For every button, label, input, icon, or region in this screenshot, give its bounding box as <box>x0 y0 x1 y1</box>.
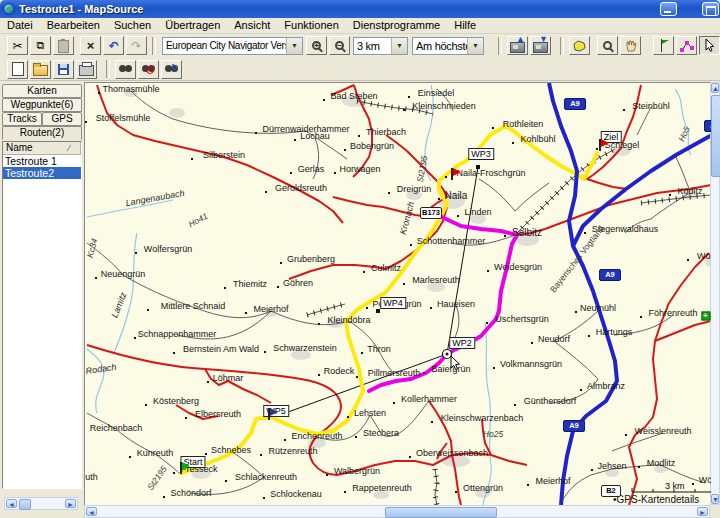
list-item-testroute2[interactable]: Testroute2 <box>3 167 81 179</box>
map-vscrollbar[interactable]: ▲ ▼ <box>710 82 720 505</box>
new-button[interactable] <box>7 60 28 79</box>
menu-item-dienstprogramme[interactable]: Dienstprogramme <box>346 18 447 33</box>
wp5-flag-icon[interactable] <box>268 408 278 420</box>
zoom-tool-button[interactable] <box>597 36 618 55</box>
redo-button[interactable]: ↷ <box>126 36 147 55</box>
chevron-down-icon[interactable]: ▼ <box>391 38 407 54</box>
detail-level-combobox[interactable]: Am höchste ▼ <box>412 37 484 55</box>
menu-item-ansicht[interactable]: Ansicht <box>227 18 277 33</box>
map-label: Rappetenreuth <box>352 483 412 493</box>
menu-item-suchen[interactable]: Suchen <box>107 18 158 33</box>
paste-button[interactable] <box>53 36 74 55</box>
open-button[interactable] <box>30 60 51 79</box>
selection-tool-button[interactable] <box>699 36 720 55</box>
tab-routen[interactable]: Routen(2) <box>2 126 82 140</box>
waypoint-box-wp2[interactable]: WP2 <box>449 337 475 349</box>
scroll-right-icon[interactable]: ► <box>697 507 708 516</box>
undo-button[interactable]: ↶ <box>103 36 124 55</box>
map-label: Marlesreuth <box>412 275 460 285</box>
redo-icon: ↷ <box>131 39 141 53</box>
save-button[interactable] <box>53 60 74 79</box>
send-to-device-button[interactable] <box>507 36 528 55</box>
waypoint-box-wp4[interactable]: WP4 <box>380 297 406 309</box>
zoom-level-combobox[interactable]: 3 km ▼ <box>353 37 408 55</box>
town-dot <box>145 404 147 406</box>
map-product-combobox[interactable]: European City Navigator Version 6 ▼ <box>162 37 303 55</box>
waypoint-box-wp3[interactable]: WP3 <box>468 148 494 160</box>
map-label: Volkmannsgrün <box>500 359 562 369</box>
pan-tool-button[interactable] <box>620 36 641 55</box>
wp3-flag-icon[interactable] <box>451 168 461 180</box>
menu-item-funktionen[interactable]: Funktionen <box>277 18 345 33</box>
window-title: Testroute1 - MapSource <box>19 3 144 15</box>
zoom-in-button[interactable]: + <box>306 36 327 55</box>
town-dot <box>361 352 363 354</box>
scroll-thumb[interactable] <box>385 507 497 518</box>
map-label: Enchenreuth <box>291 431 342 441</box>
map-hscrollbar[interactable]: ◄ ► <box>84 505 710 518</box>
town-dot <box>147 309 149 311</box>
scroll-left-icon[interactable]: ◄ <box>6 499 17 508</box>
maximize-button[interactable] <box>702 2 719 16</box>
receive-from-device-button[interactable] <box>530 36 551 55</box>
scroll-up-icon[interactable]: ▲ <box>711 83 719 93</box>
town-dot <box>366 307 368 309</box>
chevron-down-icon[interactable]: ▼ <box>286 38 302 54</box>
menu-item-datei[interactable]: Datei <box>0 18 40 33</box>
map-label: Walbergrün <box>334 466 380 476</box>
find-button[interactable] <box>115 60 136 79</box>
town-dot <box>355 436 357 438</box>
scroll-thumb[interactable] <box>19 499 31 510</box>
tab-tracks[interactable]: Tracks <box>2 112 42 126</box>
ziel-flag-icon[interactable] <box>599 139 609 151</box>
find-icon <box>119 65 132 73</box>
cut-button[interactable]: ✂ <box>7 36 28 55</box>
title-bar: Testroute1 - MapSource <box>0 0 720 18</box>
toolbar-main: ✂ ⧉ × ↶ ↷ European City Navigator Versio… <box>0 34 720 57</box>
route-list-header[interactable]: Name ∕ <box>3 142 81 155</box>
town-dot <box>344 149 346 151</box>
sidebar-hscrollbar[interactable]: ◄ ► <box>4 497 78 510</box>
map-canvas[interactable]: ThomasmühleStoffelsmühleBad StebenEinsie… <box>84 82 711 505</box>
town-dot <box>640 316 642 318</box>
menu-item-übertragen[interactable]: Übertragen <box>158 18 227 33</box>
copy-button[interactable]: ⧉ <box>30 36 51 55</box>
waypoint-tool-button[interactable] <box>653 36 674 55</box>
list-item-testroute1[interactable]: Testroute 1 <box>3 155 81 167</box>
road-shield-a9: A9 <box>704 120 711 132</box>
scroll-down-icon[interactable]: ▼ <box>711 494 719 504</box>
route-tool-button[interactable] <box>676 36 697 55</box>
chevron-down-icon[interactable]: ▼ <box>467 38 483 54</box>
town-dot <box>408 96 410 98</box>
start-flag-icon[interactable] <box>180 462 190 474</box>
delete-button[interactable]: × <box>80 36 101 55</box>
zoom-out-button[interactable]: − <box>329 36 350 55</box>
town-dot <box>486 322 488 324</box>
town-dot <box>512 142 514 144</box>
town-dot <box>85 121 87 123</box>
town-dot <box>318 323 320 325</box>
map-label: Culmitz <box>371 263 401 273</box>
scroll-right-icon[interactable]: ► <box>65 499 76 508</box>
town-dot <box>409 456 411 458</box>
map-label: Schnappenhammer <box>138 329 217 339</box>
send-to-device-icon <box>510 42 525 53</box>
tab-gps[interactable]: GPS <box>42 112 82 126</box>
zoom-tool-icon <box>603 41 612 50</box>
town-dot <box>591 469 593 471</box>
town-dot <box>277 286 279 288</box>
scroll-left-icon[interactable]: ◄ <box>86 507 97 516</box>
menu-item-bearbeiten[interactable]: Bearbeiten <box>40 18 107 33</box>
town-dot <box>290 172 292 174</box>
map-tool-button[interactable] <box>569 36 590 55</box>
map-label: Weisslenreuth <box>635 426 692 436</box>
find-next-button[interactable]: ↻ <box>161 60 182 79</box>
tab-wegpunkte[interactable]: Wegpunkte(6) <box>2 98 82 112</box>
tab-karten[interactable]: Karten <box>2 84 82 98</box>
minimize-button[interactable] <box>660 2 677 16</box>
print-button[interactable] <box>76 60 97 79</box>
map-label: Schlockenau <box>270 489 322 499</box>
find-nearest-button[interactable] <box>138 60 159 79</box>
menu-item-hilfe[interactable]: Hilfe <box>447 18 483 33</box>
scroll-thumb[interactable] <box>711 95 720 177</box>
